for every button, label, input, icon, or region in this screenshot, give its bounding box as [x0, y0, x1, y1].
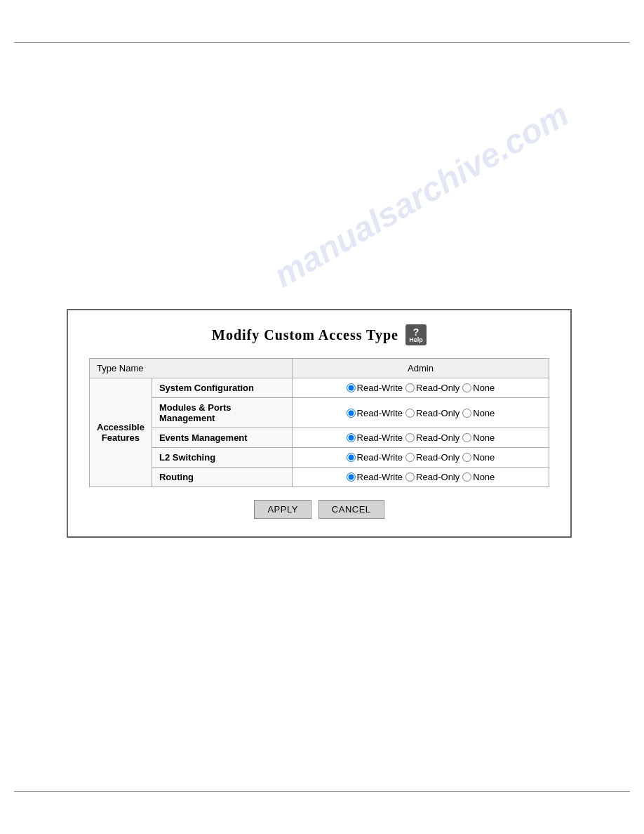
radio-label-none[interactable]: None — [462, 408, 495, 418]
radio-options-cell: Read-WriteRead-OnlyNone — [292, 398, 549, 428]
feature-name-cell: Events Management — [152, 428, 292, 448]
radio-label-read-only[interactable]: Read-Only — [405, 452, 459, 463]
radio-label-read-write[interactable]: Read-Write — [347, 383, 403, 393]
radio-options-cell: Read-WriteRead-OnlyNone — [292, 448, 549, 468]
radio-label-read-write[interactable]: Read-Write — [347, 472, 403, 482]
radio-read-only[interactable] — [405, 453, 415, 462]
radio-read-write[interactable] — [347, 453, 356, 462]
radio-options-cell: Read-WriteRead-OnlyNone — [292, 468, 549, 487]
accessible-features-cell: AccessibleFeatures — [90, 378, 152, 487]
apply-button[interactable]: APPLY — [254, 500, 311, 519]
cancel-button[interactable]: CANCEL — [318, 500, 384, 519]
table-row: Modules & Ports ManagementRead-WriteRead… — [90, 398, 549, 428]
radio-read-only[interactable] — [405, 472, 415, 482]
radio-read-write[interactable] — [347, 383, 356, 392]
radio-label-read-write[interactable]: Read-Write — [347, 452, 403, 463]
table-row: L2 SwitchingRead-WriteRead-OnlyNone — [90, 448, 549, 468]
radio-label-read-write[interactable]: Read-Write — [347, 408, 403, 418]
dialog-title: Modify Custom Access Type — [212, 327, 398, 343]
radio-read-write[interactable] — [347, 472, 356, 482]
admin-header: Admin — [292, 359, 549, 378]
radio-none[interactable] — [462, 433, 471, 442]
radio-label-none[interactable]: None — [462, 472, 495, 482]
radio-group: Read-WriteRead-OnlyNone — [300, 452, 542, 463]
radio-label-none[interactable]: None — [462, 452, 495, 463]
radio-options-cell: Read-WriteRead-OnlyNone — [292, 378, 549, 398]
radio-read-only[interactable] — [405, 383, 415, 392]
radio-none[interactable] — [462, 472, 471, 482]
radio-label-read-only[interactable]: Read-Only — [405, 472, 459, 482]
table-row: RoutingRead-WriteRead-OnlyNone — [90, 468, 549, 487]
dialog-box: Modify Custom Access Type ? Help Type Na… — [67, 309, 572, 538]
table-header-row: Type Name Admin — [90, 359, 549, 378]
radio-read-only[interactable] — [405, 433, 415, 442]
radio-label-none[interactable]: None — [462, 383, 495, 393]
help-label: Help — [409, 337, 423, 343]
feature-name-cell: L2 Switching — [152, 448, 292, 468]
help-question-mark: ? — [413, 327, 420, 337]
radio-label-none[interactable]: None — [462, 432, 495, 443]
radio-none[interactable] — [462, 383, 471, 392]
radio-label-read-write[interactable]: Read-Write — [347, 432, 403, 443]
table-row: AccessibleFeaturesSystem ConfigurationRe… — [90, 378, 549, 398]
watermark: manualsarchive.com — [267, 95, 575, 295]
radio-group: Read-WriteRead-OnlyNone — [300, 432, 542, 443]
radio-read-write[interactable] — [347, 433, 356, 442]
top-divider — [14, 42, 630, 43]
radio-label-read-only[interactable]: Read-Only — [405, 432, 459, 443]
feature-name-cell: Modules & Ports Management — [152, 398, 292, 428]
table-row: Events ManagementRead-WriteRead-OnlyNone — [90, 428, 549, 448]
radio-none[interactable] — [462, 453, 471, 462]
radio-group: Read-WriteRead-OnlyNone — [300, 408, 542, 418]
type-name-header: Type Name — [90, 359, 293, 378]
bottom-divider — [14, 791, 630, 792]
radio-read-write[interactable] — [347, 409, 356, 418]
features-table: Type Name Admin AccessibleFeaturesSystem… — [89, 358, 549, 487]
radio-none[interactable] — [462, 409, 471, 418]
radio-group: Read-WriteRead-OnlyNone — [300, 472, 542, 482]
feature-name-cell: Routing — [152, 468, 292, 487]
radio-label-read-only[interactable]: Read-Only — [405, 408, 459, 418]
feature-name-cell: System Configuration — [152, 378, 292, 398]
radio-group: Read-WriteRead-OnlyNone — [300, 383, 542, 393]
dialog-title-row: Modify Custom Access Type ? Help — [89, 324, 549, 345]
radio-label-read-only[interactable]: Read-Only — [405, 383, 459, 393]
button-row: APPLY CANCEL — [89, 500, 549, 519]
radio-options-cell: Read-WriteRead-OnlyNone — [292, 428, 549, 448]
radio-read-only[interactable] — [405, 409, 415, 418]
help-icon[interactable]: ? Help — [405, 324, 427, 345]
